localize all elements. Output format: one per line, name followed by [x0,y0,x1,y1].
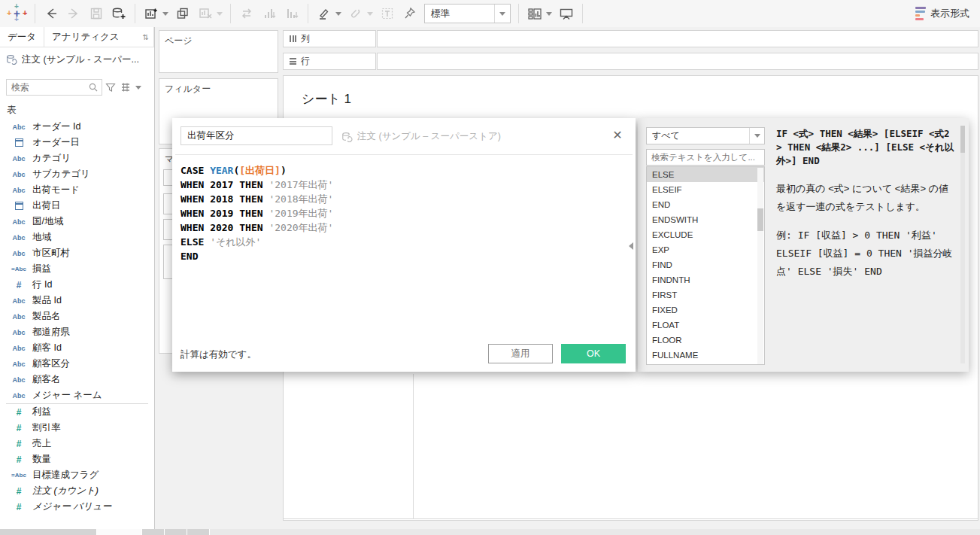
pin-button[interactable] [399,2,421,25]
rows-shelf[interactable] [377,53,978,70]
field-item[interactable]: Abc市区町村 [0,245,154,261]
field-label: オーダー Id [32,120,80,133]
doc-scrollbar-thumb[interactable] [960,126,965,153]
swap-rows-columns-button[interactable] [235,2,258,25]
collapse-panel-icon[interactable] [629,242,633,250]
new-sheet-button[interactable] [142,529,164,535]
function-item[interactable]: FIRST [647,287,764,302]
show-me-button[interactable]: 表示形式 [915,7,969,20]
pane-swap-icon[interactable]: ⇅ [143,33,149,41]
field-item[interactable]: #割引率 [0,420,154,436]
function-item[interactable]: ELSE [647,167,764,182]
function-item[interactable]: FLOAT [647,318,764,333]
fit-mode-select[interactable]: 標準 [424,4,511,23]
function-list-scrollbar-thumb[interactable] [757,208,763,231]
field-item[interactable]: Abc都道府県 [0,324,154,340]
search-box[interactable] [6,79,102,96]
pages-card[interactable]: ページ [159,30,278,73]
show-cards-button[interactable] [523,2,546,25]
view-options-caret-icon[interactable] [135,86,141,90]
function-search-box[interactable] [646,149,765,166]
new-datasource-button[interactable] [108,2,130,25]
highlight-caret-icon[interactable] [335,12,341,16]
format-painter-button[interactable] [344,2,367,25]
apply-button[interactable]: 適用 [488,344,553,363]
function-item[interactable]: FLOOR [647,333,764,348]
pages-card-label: ページ [159,31,278,47]
filter-fields-icon[interactable] [105,82,116,93]
field-item[interactable]: Abc顧客 Id [0,340,154,356]
field-item[interactable]: Abc国/地域 [0,214,154,230]
field-item[interactable]: Abcカテゴリ [0,150,154,166]
text-label-button[interactable] [376,2,399,25]
function-item[interactable]: FINDNTH [647,272,764,287]
highlight-button[interactable] [313,2,335,25]
field-item[interactable]: Abc顧客名 [0,372,154,388]
format-painter-caret-icon[interactable] [367,12,373,16]
abc-field-icon: Abc [12,187,25,194]
function-category-dropdown-icon[interactable] [749,128,764,144]
view-options-icon[interactable] [120,82,131,93]
show-cards-caret-icon[interactable] [546,12,552,16]
field-item[interactable]: オーダー日 [0,135,154,150]
field-item[interactable]: Abc製品 Id [0,293,154,309]
doc-scrollbar[interactable] [960,126,965,363]
function-item[interactable]: ELSEIF [647,182,764,197]
datasource-item[interactable]: 注文 (サンプル - スーパー... [0,47,154,71]
function-item[interactable]: EXCLUDE [647,227,764,242]
function-item[interactable]: ENDSWITH [647,212,764,227]
new-story-button[interactable] [187,529,209,535]
function-list-scrollbar[interactable] [757,168,763,365]
field-item[interactable]: Abcオーダー Id [0,119,154,135]
save-button[interactable] [85,2,108,25]
field-item[interactable]: Abcメジャー ネーム [0,388,154,403]
search-input[interactable] [7,82,88,93]
calc-name-input[interactable] [181,126,332,145]
field-item[interactable]: Abc出荷モード [0,182,154,198]
field-item[interactable]: #数量 [0,451,154,467]
function-list[interactable]: ELSEELSEIFENDENDSWITHEXCLUDEEXPFINDFINDN… [646,166,765,365]
field-item[interactable]: #メジャー バリュー [0,499,154,515]
duplicate-sheet-button[interactable] [171,2,194,25]
field-item[interactable]: #注文 (カウント) [0,483,154,499]
field-item[interactable]: Abc製品名 [0,309,154,324]
function-item[interactable]: FIXED [647,302,764,318]
function-item[interactable]: FULLNAME [647,348,764,363]
abc-field-icon: Abc [12,123,25,131]
field-item[interactable]: Abc地域 [0,230,154,245]
undo-button[interactable] [40,2,62,25]
new-worksheet-button[interactable] [140,2,162,25]
presentation-mode-button[interactable] [555,2,578,25]
sort-descending-button[interactable] [281,2,303,25]
active-sheet-tab[interactable] [97,529,141,535]
field-item[interactable]: 出荷日 [0,198,154,214]
ok-button[interactable]: OK [561,344,626,363]
fit-mode-dropdown-icon[interactable] [494,5,510,23]
function-item[interactable]: END [647,197,764,212]
function-item[interactable]: FIND [647,257,764,272]
tab-analytics[interactable]: アナリティクス [44,27,127,47]
function-category-select[interactable]: すべて [646,127,765,144]
field-item[interactable]: =Abc損益 [0,261,154,277]
new-worksheet-caret-icon[interactable] [162,12,168,16]
field-item[interactable]: Abcサブカテゴリ [0,166,154,182]
field-item[interactable]: #売上 [0,436,154,451]
field-label: 顧客 Id [32,342,62,354]
datasource-tab[interactable] [0,529,96,535]
field-item[interactable]: =Abc目標達成フラグ [0,467,154,483]
redo-button[interactable] [62,2,85,25]
function-item[interactable]: EXP [647,242,764,257]
sort-ascending-button[interactable] [258,2,281,25]
clear-sheet-button[interactable] [194,2,217,25]
columns-shelf[interactable] [377,30,978,47]
tab-data[interactable]: データ [0,27,44,47]
tableau-logo-icon[interactable]: + + + + + [5,2,30,25]
function-search-input[interactable] [647,150,764,165]
field-item[interactable]: Abc顧客区分 [0,356,154,372]
close-icon[interactable]: ✕ [610,127,625,142]
formula-editor[interactable]: CASE YEAR([出荷日])WHEN 2017 THEN '2017年出荷'… [181,163,620,263]
field-item[interactable]: #利益 [0,404,154,420]
field-item[interactable]: #行 Id [0,277,154,293]
new-dashboard-button[interactable] [165,529,187,535]
clear-sheet-caret-icon[interactable] [217,12,223,16]
